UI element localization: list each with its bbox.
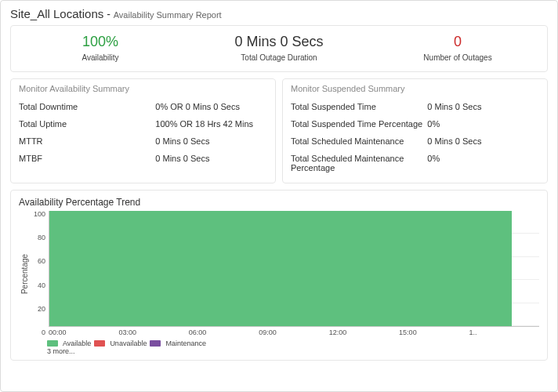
- site-name: Site_All Locations: [10, 7, 103, 20]
- suspended-summary-value: 0 Mins 0 Secs: [427, 102, 539, 111]
- chart-x-tick: 15:00: [399, 328, 469, 336]
- availability-summary-label: Total Uptime: [19, 119, 155, 129]
- availability-summary-row: Total Downtime0% OR 0 Mins 0 Secs: [19, 98, 267, 115]
- suspended-summary-value: 0%: [427, 119, 539, 129]
- stat-availability: 100% Availability: [11, 26, 190, 71]
- chart-plot[interactable]: [49, 211, 539, 327]
- top-stats-bar: 100% Availability 0 Mins 0 Secs Total Ou…: [10, 25, 548, 72]
- suspended-summary-row: Total Scheduled Maintenance0 Mins 0 Secs: [291, 132, 539, 150]
- stat-outage-count-value: 0: [373, 34, 542, 50]
- availability-summary-value: 0 Mins 0 Secs: [155, 154, 267, 163]
- trend-chart-area: Percentage 100806040200 00:0003:0006:000…: [19, 211, 539, 336]
- stat-outage-duration-value: 0 Mins 0 Secs: [194, 34, 364, 50]
- chart-series-available: [49, 211, 512, 326]
- stat-outage-count: 0 Number of Outages: [368, 26, 547, 71]
- page-title: Site_All Locations - Availability Summar…: [10, 7, 548, 20]
- availability-summary-panel: Monitor Availability Summary Total Downt…: [10, 78, 276, 183]
- availability-summary-row: MTBF0 Mins 0 Secs: [19, 150, 267, 167]
- chart-y-tick: 40: [38, 282, 45, 289]
- availability-summary-value: 0 Mins 0 Secs: [155, 136, 267, 146]
- suspended-summary-panel: Monitor Suspended Summary Total Suspende…: [282, 78, 548, 183]
- trend-chart-panel: Availability Percentage Trend Percentage…: [10, 190, 548, 361]
- summary-columns: Monitor Availability Summary Total Downt…: [10, 78, 548, 183]
- suspended-summary-row: Total Suspended Time Percentage0%: [291, 115, 539, 132]
- suspended-summary-value: 0%: [427, 154, 539, 172]
- chart-x-tick: 06:00: [189, 328, 259, 336]
- availability-summary-value: 100% OR 18 Hrs 42 Mins: [155, 119, 267, 129]
- legend-label-maintenance: Maintenance: [165, 339, 206, 347]
- chart-x-ticks: 00:0003:0006:0009:0012:0015:001..: [49, 327, 539, 336]
- availability-summary-row: MTTR0 Mins 0 Secs: [19, 132, 267, 150]
- chart-x-tick: 09:00: [259, 328, 328, 336]
- stat-outage-duration: 0 Mins 0 Secs Total Outage Duration: [190, 26, 368, 71]
- legend-swatch-available: [47, 340, 58, 347]
- suspended-summary-row: Total Scheduled Maintenance Percentage0%: [291, 150, 539, 176]
- stat-availability-value: 100%: [16, 34, 185, 50]
- chart-y-axis-label: Percentage: [21, 253, 30, 293]
- suspended-summary-title: Monitor Suspended Summary: [291, 84, 539, 93]
- chart-y-tick: 20: [38, 306, 45, 313]
- chart-y-tick: 0: [42, 329, 45, 336]
- chart-x-tick: 00:00: [49, 328, 118, 336]
- suspended-summary-label: Total Scheduled Maintenance Percentage: [291, 154, 427, 172]
- chart-y-tick: 100: [34, 211, 45, 218]
- chart-x-tick: 03:00: [118, 328, 188, 336]
- legend-swatch-maintenance: [150, 340, 161, 347]
- availability-summary-label: MTBF: [19, 154, 155, 163]
- suspended-summary-label: Total Suspended Time Percentage: [291, 119, 427, 129]
- availability-summary-label: MTTR: [19, 136, 155, 146]
- chart-x-tick: 1..: [469, 328, 539, 336]
- suspended-summary-label: Total Scheduled Maintenance: [291, 136, 427, 146]
- title-separator: -: [103, 8, 113, 20]
- legend-swatch-unavailable: [94, 340, 105, 347]
- legend-label-available: Available: [63, 339, 91, 347]
- chart-legend[interactable]: Available Unavailable Maintenance: [47, 339, 539, 347]
- availability-summary-label: Total Downtime: [19, 102, 155, 111]
- stat-outage-count-label: Number of Outages: [373, 53, 542, 62]
- chart-plot-wrap: 00:0003:0006:0009:0012:0015:001..: [49, 211, 539, 336]
- trend-chart-title: Availability Percentage Trend: [19, 197, 539, 208]
- suspended-summary-value: 0 Mins 0 Secs: [427, 136, 539, 146]
- stat-availability-label: Availability: [16, 53, 185, 62]
- legend-more-link[interactable]: 3 more...: [47, 347, 539, 355]
- availability-summary-value: 0% OR 0 Mins 0 Secs: [155, 102, 267, 111]
- chart-y-tick: 80: [38, 234, 45, 241]
- legend-label-unavailable: Unavailable: [110, 339, 147, 347]
- chart-y-axis-label-wrap: Percentage: [19, 211, 31, 336]
- chart-y-tick: 60: [38, 258, 45, 265]
- availability-summary-title: Monitor Availability Summary: [19, 84, 267, 93]
- suspended-summary-row: Total Suspended Time0 Mins 0 Secs: [291, 98, 539, 115]
- chart-y-ticks: 100806040200: [31, 211, 49, 336]
- chart-x-tick: 12:00: [329, 328, 399, 336]
- stat-outage-duration-label: Total Outage Duration: [194, 53, 364, 62]
- suspended-summary-label: Total Suspended Time: [291, 102, 427, 111]
- availability-summary-row: Total Uptime100% OR 18 Hrs 42 Mins: [19, 115, 267, 132]
- report-subtitle: Availability Summary Report: [114, 10, 222, 20]
